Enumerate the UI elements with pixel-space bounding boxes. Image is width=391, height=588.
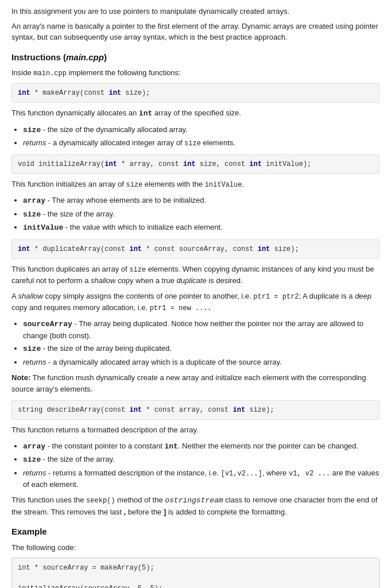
func4-section: string describeArray(const int * const a… (11, 400, 380, 517)
func2-section: void initializeArray(int * array, const … (11, 154, 380, 234)
func2-desc: This function initializes an array of si… (11, 179, 380, 190)
instructions-intro: Inside main.cpp implement the following … (11, 67, 380, 79)
example-code-block: int * sourceArray = makeArray(5); initia… (11, 558, 380, 588)
intro-line2: An array's name is basically a pointer t… (11, 21, 380, 43)
example-intro: The following code: (11, 542, 380, 554)
func3-shallow-desc: A shallow copy simply assigns the conten… (11, 291, 380, 314)
func3-signature: int * duplicateArray(const int * const s… (11, 239, 380, 259)
func3-note: Note: The function mush dynamically crea… (11, 372, 380, 394)
example-section: Example The following code: int * source… (11, 525, 380, 588)
func2-params: array - The array whose elements are to … (23, 195, 380, 234)
func1-signature: int * makeArray(const int size); (11, 83, 380, 103)
list-item: size - the size of the dynamically alloc… (23, 124, 380, 136)
list-item: returns - a dynamically allocated array … (23, 357, 380, 368)
func4-signature: string describeArray(const int * const a… (11, 400, 380, 420)
list-item: initValue - the value with which to init… (23, 222, 380, 234)
func3-params: sourceArray - The array being duplicated… (23, 318, 380, 368)
list-item: array - The array whose elements are to … (23, 195, 380, 207)
list-item: returns - returns a formatted descriptio… (23, 467, 380, 490)
intro-line1: In this assignment you are to use pointe… (11, 6, 380, 17)
func1-section: int * makeArray(const int size); This fu… (11, 83, 380, 149)
func3-section: int * duplicateArray(const int * const s… (11, 239, 380, 395)
func3-desc: This function duplicates an array of siz… (11, 264, 380, 287)
func4-desc: This function returns a formatted descri… (11, 424, 380, 436)
list-item: returns - a dynamically allocated intege… (23, 137, 380, 149)
func4-params: array - the constant pointer to a consta… (23, 440, 380, 490)
list-item: array - the constant pointer to a consta… (23, 440, 380, 452)
list-item: size - the size of the array. (23, 454, 380, 466)
func1-desc: This function dynamically allocates an i… (11, 107, 380, 119)
func2-signature: void initializeArray(int * array, const … (11, 154, 380, 174)
list-item: size - the size of the array being dupli… (23, 343, 380, 355)
example-heading: Example (11, 525, 380, 539)
list-item: size - the size of the array. (23, 208, 380, 220)
func1-params: size - the size of the dynamically alloc… (23, 124, 380, 149)
instructions-heading: Instructions (main.cpp) (11, 51, 380, 64)
intro-section: In this assignment you are to use pointe… (11, 6, 380, 43)
list-item: sourceArray - The array being duplicated… (23, 318, 380, 341)
func4-seekp: This function uses the seekp() method of… (11, 494, 380, 517)
